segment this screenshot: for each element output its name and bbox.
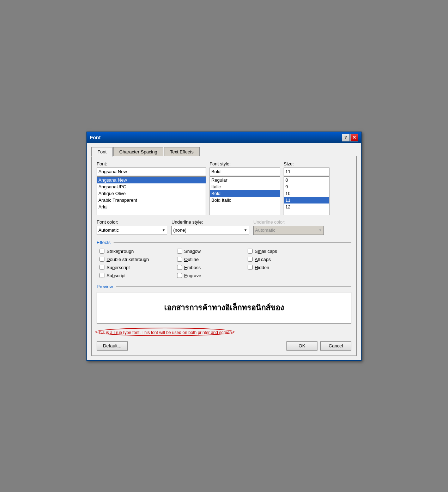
underline-style-group: Underline style: (none) ▼ (171, 219, 249, 235)
emboss-label: Emboss (184, 265, 201, 270)
subscript-input[interactable] (99, 273, 104, 278)
underline-color-arrow: ▼ (319, 228, 322, 232)
list-item[interactable]: Antique Olive (97, 190, 206, 197)
all-caps-input[interactable] (248, 257, 253, 262)
list-item[interactable]: Italic (210, 183, 280, 190)
emboss-checkbox[interactable]: Emboss (177, 264, 248, 271)
shadow-checkbox[interactable]: Shadow (177, 248, 248, 255)
font-style-input[interactable] (210, 168, 280, 176)
list-item[interactable]: 9 (284, 183, 329, 190)
list-item[interactable]: Arabic Transparent (97, 197, 206, 204)
tab-character-spacing[interactable]: Character Spacing (113, 147, 163, 157)
effects-header: Effects (97, 240, 351, 245)
list-item[interactable]: AngsanaUPC (97, 183, 206, 190)
small-caps-checkbox[interactable]: Small caps (248, 248, 318, 255)
font-size-list[interactable]: 8 9 10 11 12 (284, 176, 329, 215)
underline-color-value: Automatic (255, 227, 276, 233)
engrave-label: Engrave (184, 273, 201, 278)
font-name-group: Font: Angsana New AngsanaUPC Antique Oli… (97, 161, 206, 215)
ok-button[interactable]: OK (286, 341, 317, 351)
underline-color-dropdown: Automatic ▼ (253, 226, 324, 235)
list-item[interactable]: Bold Italic (210, 197, 280, 204)
btn-right-group: OK Cancel (286, 341, 351, 351)
cancel-button[interactable]: Cancel (320, 341, 351, 351)
double-strikethrough-input[interactable] (99, 257, 104, 262)
strikethrough-checkbox[interactable]: Strikethrough (99, 248, 177, 255)
all-caps-checkbox[interactable]: All caps (248, 256, 318, 263)
all-caps-label: All caps (255, 257, 271, 262)
font-name-list[interactable]: Angsana New AngsanaUPC Antique Olive Ara… (97, 176, 206, 215)
font-style-group: Font style: Regular Italic Bold Bold Ita… (210, 161, 280, 215)
list-item[interactable]: Regular (210, 177, 280, 183)
engrave-checkbox[interactable]: Engrave (177, 272, 248, 279)
tab-content-font: Font: Angsana New AngsanaUPC Antique Oli… (91, 156, 357, 356)
font-label: Font: (97, 161, 206, 166)
outline-label: Outline (184, 257, 199, 262)
small-caps-input[interactable] (248, 249, 253, 254)
subscript-label: Subscript (107, 273, 126, 278)
truetype-note-container: This is a TrueType font. This font will … (97, 328, 351, 336)
outline-input[interactable] (177, 257, 182, 262)
dialog-content: Font Character Spacing Text Effects Font… (87, 143, 361, 360)
font-style-label: Font style: (210, 161, 280, 166)
strikethrough-input[interactable] (99, 249, 104, 254)
font-name-input[interactable] (97, 168, 206, 176)
underline-color-label: Underline color: (253, 219, 324, 225)
underline-style-value: (none) (173, 227, 187, 233)
list-item[interactable]: 10 (284, 190, 329, 197)
small-caps-label: Small caps (255, 249, 277, 254)
preview-header: Preview (97, 284, 351, 289)
preview-section: Preview เอกสารการค้าทางอิเล็กทรอนิกส์ของ (97, 284, 351, 324)
shadow-input[interactable] (177, 249, 182, 254)
font-size-input[interactable] (284, 168, 329, 176)
underline-style-dropdown[interactable]: (none) ▼ (171, 226, 249, 235)
hidden-checkbox[interactable]: Hidden (248, 264, 318, 271)
default-button[interactable]: Default... (97, 341, 128, 351)
superscript-input[interactable] (99, 265, 104, 270)
subscript-checkbox[interactable]: Subscript (99, 272, 177, 279)
strikethrough-label: Strikethrough (107, 249, 134, 254)
font-color-value: Automatic (98, 227, 119, 233)
effects-section: Effects Strikethrough Shadow Small caps (97, 240, 351, 279)
font-style-list[interactable]: Regular Italic Bold Bold Italic (210, 176, 280, 215)
double-strikethrough-label: Double strikethrough (107, 257, 149, 262)
preview-label: Preview (97, 284, 113, 289)
superscript-checkbox[interactable]: Superscript (99, 264, 177, 271)
btn-left-group: Default... (97, 341, 128, 351)
list-item[interactable]: 12 (284, 204, 329, 210)
font-fields-row: Font: Angsana New AngsanaUPC Antique Oli… (97, 161, 351, 215)
list-item[interactable]: Bold (210, 190, 280, 197)
tab-text-effects[interactable]: Text Effects (164, 147, 200, 157)
underline-style-label: Underline style: (171, 219, 249, 225)
font-size-label: Size: (284, 161, 329, 166)
tab-font[interactable]: Font (91, 147, 113, 157)
truetype-note: This is a TrueType font. This font will … (97, 330, 233, 335)
preview-box: เอกสารการค้าทางอิเล็กทรอนิกส์ของ (97, 292, 351, 324)
font-color-dropdown[interactable]: Automatic ▼ (97, 226, 167, 235)
double-strikethrough-checkbox[interactable]: Double strikethrough (99, 256, 177, 263)
list-item[interactable]: Angsana New (97, 177, 206, 183)
help-button[interactable]: ? (342, 134, 350, 141)
dialog-buttons: Default... OK Cancel (97, 339, 351, 351)
list-item[interactable]: Arial (97, 204, 206, 210)
outline-checkbox[interactable]: Outline (177, 256, 248, 263)
shadow-label: Shadow (184, 249, 201, 254)
underline-color-group: Underline color: Automatic ▼ (253, 219, 324, 235)
dialog-title: Font (90, 135, 101, 140)
emboss-input[interactable] (177, 265, 182, 270)
font-dialog: Font ? ✕ Font Character Spacing Text Eff… (86, 132, 362, 361)
font-size-group: Size: 8 9 10 11 12 (284, 161, 329, 215)
hidden-input[interactable] (248, 265, 253, 270)
font-color-group: Font color: Automatic ▼ (97, 219, 167, 235)
font-color-arrow: ▼ (162, 228, 165, 232)
effects-grid: Strikethrough Shadow Small caps Double s… (97, 248, 351, 279)
preview-text: เอกสารการค้าทางอิเล็กทรอนิกส์ของ (164, 302, 284, 314)
tab-bar: Font Character Spacing Text Effects (91, 146, 357, 156)
superscript-label: Superscript (107, 265, 130, 270)
list-item[interactable]: 8 (284, 177, 329, 183)
close-button[interactable]: ✕ (350, 134, 358, 141)
engrave-input[interactable] (177, 273, 182, 278)
effects-label: Effects (97, 240, 111, 245)
underline-style-arrow: ▼ (244, 228, 247, 232)
list-item[interactable]: 11 (284, 197, 329, 204)
